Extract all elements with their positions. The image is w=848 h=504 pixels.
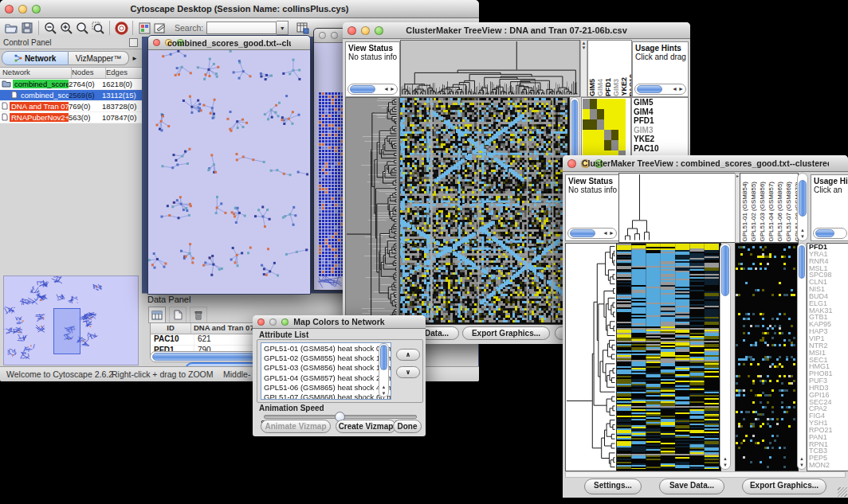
scroll-up-icon[interactable]: ▲: [382, 385, 387, 389]
tv1-usage-scrollbar[interactable]: ◄►: [634, 84, 686, 95]
column-label[interactable]: GIM3: [613, 79, 620, 96]
import-table-icon[interactable]: [295, 21, 311, 36]
column-label[interactable]: GPL51-02 (GSM855): [750, 182, 758, 242]
scroll-right-icon[interactable]: ►: [678, 86, 684, 92]
attribute-list-item[interactable]: GPL51-07 (GSM868) heat shock 60 min: [264, 393, 391, 400]
close-icon[interactable]: [319, 32, 326, 39]
scroll-up-icon[interactable]: ▲: [723, 456, 728, 461]
close-icon[interactable]: [567, 159, 576, 168]
tv1-heatmap[interactable]: [400, 98, 567, 322]
tv1-status-scrollbar[interactable]: ◄►: [347, 84, 398, 95]
scroll-down-icon[interactable]: ▼: [799, 463, 804, 467]
search-dropdown-button[interactable]: ▼: [277, 21, 289, 35]
export-graphics-button[interactable]: Export Graphics...: [742, 479, 826, 494]
attribute-list-item[interactable]: GPL51-03 (GSM856) heat shock 15 min: [264, 363, 391, 373]
scroll-up-icon[interactable]: ▲: [800, 228, 805, 232]
network-list-row[interactable]: combined_scores2764(0)16218(0): [0, 79, 142, 90]
zoom-selected-icon[interactable]: [90, 21, 106, 36]
tv1-zoom-heatmap[interactable]: [583, 99, 626, 161]
scroll-right-icon[interactable]: ►: [609, 230, 614, 236]
save-icon[interactable]: [19, 21, 35, 36]
column-label[interactable]: GPL51-03 (GSM856): [759, 182, 767, 242]
scroll-down-icon[interactable]: ▼: [382, 391, 387, 396]
network-list-row[interactable]: DNA and Tran 07769(0)183728(0): [0, 101, 142, 112]
zoom-fit-icon[interactable]: [74, 21, 90, 36]
tv2-collabel-vscrollbar[interactable]: ▲ ▼: [797, 173, 808, 241]
column-label[interactable]: GIM4: [597, 79, 604, 96]
scroll-down-icon[interactable]: ▼: [800, 234, 805, 239]
column-label[interactable]: YKE2: [621, 77, 628, 96]
gene-label[interactable]: YKE2: [632, 135, 688, 144]
attribute-list-item[interactable]: GPL51-06 (GSM865) heat shock 40 min: [264, 383, 391, 393]
column-label[interactable]: PFD1: [605, 78, 612, 96]
gene-label[interactable]: GIM3: [632, 126, 688, 135]
scroll-left-icon[interactable]: ◄: [672, 86, 677, 92]
scroll-right-icon[interactable]: ►: [390, 86, 395, 92]
minimize-icon[interactable]: [331, 32, 338, 39]
main-titlebar[interactable]: Cytoscape Desktop (Session Name: collins…: [0, 0, 479, 18]
scroll-left-icon[interactable]: ◄: [603, 230, 608, 236]
column-label[interactable]: GPL51-06 (GSM865): [776, 182, 784, 242]
settings-button[interactable]: Settings...: [584, 479, 642, 494]
attribute-list-item[interactable]: GPL51-01 (GSM854) heat shock 05 min: [264, 344, 391, 354]
column-label[interactable]: GPL51-04 (GSM857): [768, 182, 775, 242]
scroll-down-icon[interactable]: ▼: [723, 463, 728, 467]
done-button[interactable]: Done: [393, 420, 422, 433]
gene-label[interactable]: GIM4: [632, 107, 688, 117]
gene-label[interactable]: PAC10: [632, 144, 688, 154]
vizmapper-shortcut-icon[interactable]: [136, 21, 152, 36]
gene-label[interactable]: MON2: [807, 462, 848, 469]
network-overview-canvas[interactable]: [4, 276, 138, 363]
close-icon[interactable]: [347, 26, 356, 35]
column-label[interactable]: GPL51-01 (GSM854): [741, 182, 749, 242]
tab-overflow-arrow[interactable]: ►: [129, 55, 140, 62]
column-label[interactable]: GPL51-07 (GSM868): [785, 182, 793, 242]
dialog-titlebar[interactable]: Map Colors to Network: [253, 315, 426, 329]
network1-titlebar[interactable]: combined_scores_good.txt--cluste...: [148, 36, 310, 50]
column-label[interactable]: GIM5: [589, 79, 596, 96]
zoom-in-icon[interactable]: [58, 21, 74, 36]
tv2-heatmap-vscrollbar[interactable]: ▲ ▼: [720, 243, 731, 470]
annotation-icon[interactable]: [152, 21, 168, 36]
animate-vizmap-button[interactable]: Animate Vizmap: [261, 420, 331, 433]
tv2-zoom-heatmap[interactable]: [736, 244, 796, 469]
create-vizmap-button[interactable]: Create Vizmap: [336, 420, 396, 433]
tab-network[interactable]: Network: [2, 51, 69, 65]
open-file-icon[interactable]: [3, 21, 19, 36]
tv2-heatmap[interactable]: [617, 244, 719, 469]
save-data-button[interactable]: Save Data...: [659, 479, 724, 494]
tv2-usage-scrollbar[interactable]: [813, 228, 847, 239]
zoom-out-icon[interactable]: [42, 21, 58, 36]
attribute-listbox[interactable]: GPL51-01 (GSM854) heat shock 05 minGPL51…: [261, 342, 391, 400]
attribute-list-item[interactable]: GPL51-02 (GSM855) heat shock 10 min: [264, 354, 391, 363]
resize-grip[interactable]: [838, 487, 847, 497]
tab-vizmapper[interactable]: VizMapper™: [69, 51, 129, 65]
gene-label[interactable]: GIM5: [632, 98, 688, 107]
new-attribute-icon[interactable]: [169, 307, 186, 323]
export-graphics-button[interactable]: Export Graphics...: [462, 326, 550, 340]
network-overview-panel[interactable]: [3, 275, 139, 365]
treeview2-titlebar[interactable]: ClusterMaker TreeView : combined_scores_…: [563, 155, 848, 172]
float-panel-icon[interactable]: [129, 38, 138, 47]
tv2-status-scrollbar[interactable]: ◄►: [567, 228, 617, 239]
scroll-left-icon[interactable]: ◄: [383, 86, 389, 92]
tv2-gene-dendrogram[interactable]: [566, 244, 615, 469]
tv1-column-dendrogram[interactable]: [401, 41, 578, 95]
attribute-list-item[interactable]: GPL51-04 (GSM857) heat shock 20 min: [264, 373, 391, 383]
help-lifebuoy-icon[interactable]: [113, 21, 129, 36]
delete-attribute-icon[interactable]: [190, 307, 207, 323]
attribute-select-icon[interactable]: [148, 307, 166, 323]
attribute-list-vscrollbar[interactable]: ▲ ▼: [379, 343, 389, 397]
scroll-down-icon[interactable]: ▼: [581, 45, 587, 50]
scroll-up-icon[interactable]: ▲: [799, 456, 804, 461]
attribute-down-button[interactable]: ∨: [396, 366, 420, 378]
network-list-row[interactable]: RNAPuberNov2+563(0)107847(0): [0, 112, 142, 123]
close-icon[interactable]: [257, 318, 265, 326]
tv2-column-dendrogram[interactable]: [619, 174, 734, 240]
tv2-genelist-vscrollbar[interactable]: ▲ ▼: [797, 243, 807, 470]
attribute-up-button[interactable]: ∧: [396, 349, 420, 361]
close-icon[interactable]: [153, 39, 160, 46]
network1-canvas[interactable]: [148, 50, 308, 293]
tv1-label-scroll-strip[interactable]: ▲ ▼: [580, 40, 587, 97]
animation-slider[interactable]: [264, 415, 417, 419]
